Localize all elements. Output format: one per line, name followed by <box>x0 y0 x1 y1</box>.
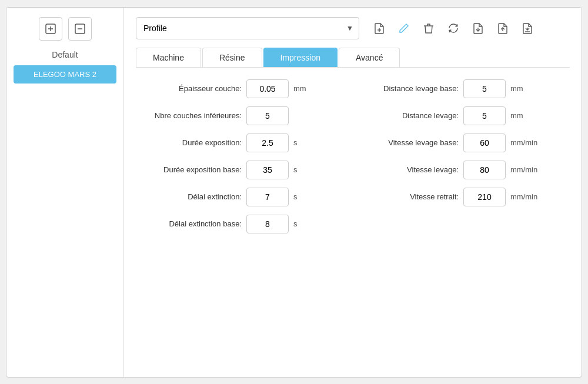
right-column: Distance levage base: mm Distance levage… <box>353 79 570 233</box>
label-dist-lev: Distance levage: <box>353 111 459 120</box>
input-vit-lev-base[interactable] <box>463 133 506 152</box>
tab-avance[interactable]: Avancé <box>339 48 400 67</box>
label-delai-ext-base: Délai extinction base: <box>136 219 242 228</box>
download-button[interactable] <box>467 18 489 39</box>
input-duree-expo[interactable] <box>246 133 289 152</box>
input-couches[interactable] <box>246 106 289 125</box>
input-dist-lev[interactable] <box>463 106 506 125</box>
tab-machine[interactable]: Machine <box>136 48 201 67</box>
input-vit-ret[interactable] <box>463 188 506 206</box>
unit-dist-lev: mm <box>510 111 537 120</box>
tab-resine[interactable]: Résine <box>202 48 262 67</box>
form-row-delai-ext-base: Délai extinction base: s <box>136 215 353 233</box>
new-file-button[interactable] <box>369 18 390 39</box>
unit-dist-lev-base: mm <box>510 84 537 93</box>
label-duree-expo: Durée exposition: <box>136 138 242 147</box>
left-column: Épaisseur couche: mm Nbre couches inféri… <box>136 79 353 233</box>
label-vit-lev-base: Vitesse levage base: <box>353 138 459 147</box>
app-container: Default ELEGOO MARS 2 Profile ▼ <box>6 7 582 378</box>
main-content: Profile ▼ <box>124 8 582 377</box>
input-delai-ext[interactable] <box>246 188 289 206</box>
toolbar-icons <box>369 18 538 39</box>
edit-button[interactable] <box>393 18 415 39</box>
input-delai-ext-base[interactable] <box>246 215 289 233</box>
input-vit-lev[interactable] <box>463 161 506 179</box>
tabs: Machine Résine Impression Avancé <box>136 48 570 68</box>
printer-item[interactable]: ELEGOO MARS 2 <box>14 65 116 84</box>
form-row-couches: Nbre couches inférieures: <box>136 106 353 125</box>
unit-duree-expo: s <box>293 138 320 147</box>
tab-impression[interactable]: Impression <box>263 48 338 67</box>
delete-button[interactable] <box>418 18 439 39</box>
unit-vit-lev: mm/min <box>510 165 537 174</box>
form-row-duree-expo-base: Durée exposition base: s <box>136 161 353 179</box>
delete-profile-button[interactable] <box>68 17 92 41</box>
input-duree-expo-base[interactable] <box>246 161 289 179</box>
import-button[interactable] <box>517 18 538 39</box>
form-row-vit-lev-base: Vitesse levage base: mm/min <box>353 133 570 152</box>
label-dist-lev-base: Distance levage base: <box>353 84 459 93</box>
label-couches: Nbre couches inférieures: <box>136 111 242 120</box>
form-row-dist-lev-base: Distance levage base: mm <box>353 79 570 98</box>
export-button[interactable] <box>492 18 513 39</box>
form-row-dist-lev: Distance levage: mm <box>353 106 570 125</box>
form-row-delai-ext: Délai extinction: s <box>136 188 353 206</box>
default-label: Default <box>14 50 116 59</box>
label-epaisseur: Épaisseur couche: <box>136 84 242 93</box>
top-toolbar: Profile ▼ <box>136 17 570 39</box>
form-row-epaisseur: Épaisseur couche: mm <box>136 79 353 98</box>
label-vit-lev: Vitesse levage: <box>353 165 459 174</box>
input-epaisseur[interactable] <box>246 79 289 98</box>
label-vit-ret: Vitesse retrait: <box>353 192 459 201</box>
sidebar: Default ELEGOO MARS 2 <box>6 8 124 377</box>
unit-vit-lev-base: mm/min <box>510 138 537 147</box>
form-row-duree-expo: Durée exposition: s <box>136 133 353 152</box>
label-duree-expo-base: Durée exposition base: <box>136 165 242 174</box>
form-row-vit-ret: Vitesse retrait: mm/min <box>353 188 570 206</box>
sidebar-toolbar <box>39 17 92 41</box>
unit-vit-ret: mm/min <box>510 192 537 201</box>
form-row-vit-lev: Vitesse levage: mm/min <box>353 161 570 179</box>
input-dist-lev-base[interactable] <box>463 79 506 98</box>
unit-epaisseur: mm <box>293 84 320 93</box>
profile-select[interactable]: Profile <box>136 17 359 39</box>
refresh-button[interactable] <box>443 18 464 39</box>
profile-select-wrapper: Profile ▼ <box>136 17 359 39</box>
unit-duree-expo-base: s <box>293 165 320 174</box>
add-profile-button[interactable] <box>39 17 62 41</box>
label-delai-ext: Délai extinction: <box>136 192 242 201</box>
form-content: Épaisseur couche: mm Nbre couches inféri… <box>136 79 570 233</box>
unit-delai-ext-base: s <box>293 219 320 228</box>
unit-delai-ext: s <box>293 192 320 201</box>
